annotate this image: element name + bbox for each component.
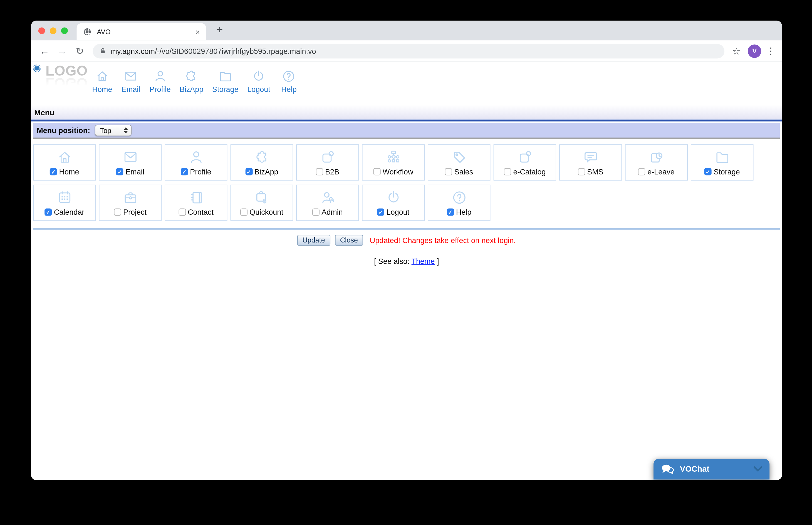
calendar-icon bbox=[57, 190, 72, 205]
tile-label: Sales bbox=[454, 167, 473, 176]
nav-label: Profile bbox=[150, 85, 171, 94]
nav-item-bizapp[interactable]: BizApp bbox=[180, 70, 204, 94]
nav-label: BizApp bbox=[180, 85, 204, 94]
select-arrows-icon bbox=[124, 127, 128, 133]
menu-tile-e-leave: e-Leave bbox=[625, 145, 688, 181]
menu-tile-calendar: ✓Calendar bbox=[33, 185, 96, 221]
checkbox-quickount[interactable] bbox=[240, 208, 247, 215]
grid-row: ✓Home✓Email✓Profile✓BizAppB2BWorkflowSal… bbox=[33, 145, 780, 181]
browser-tab[interactable]: AVO × bbox=[77, 23, 206, 40]
browser-toolbar: ← → ↻ my.agnx.com/-/vo/SID600297807iwrjr… bbox=[31, 40, 782, 62]
menu-title: Menu bbox=[34, 108, 55, 117]
nav-item-help[interactable]: Help bbox=[279, 70, 299, 94]
checkbox-b2b[interactable] bbox=[316, 168, 323, 175]
form-actions: Update Close Updated! Changes take effec… bbox=[31, 235, 782, 245]
checkbox-e-leave[interactable] bbox=[638, 168, 646, 175]
menu-position-select[interactable]: Top bbox=[95, 125, 132, 136]
home-icon bbox=[95, 70, 109, 83]
checkbox-contact[interactable] bbox=[178, 208, 186, 215]
tile-label: Email bbox=[126, 167, 144, 176]
menu-tile-sales: Sales bbox=[428, 145, 490, 181]
close-tab-icon[interactable]: × bbox=[195, 28, 200, 36]
checkbox-e-catalog[interactable] bbox=[504, 168, 511, 175]
tile-label: e-Catalog bbox=[513, 167, 546, 176]
new-tab-button[interactable]: + bbox=[216, 23, 223, 36]
nav-label: Email bbox=[121, 85, 141, 94]
tile-label-row: ✓Calendar bbox=[44, 208, 84, 216]
checkbox-workflow[interactable] bbox=[373, 168, 380, 175]
nav-item-home[interactable]: Home bbox=[92, 70, 112, 94]
notepin-icon bbox=[320, 149, 335, 165]
checkbox-sales[interactable] bbox=[445, 168, 452, 175]
browser-menu-icon[interactable]: ⋮ bbox=[766, 46, 775, 56]
tile-label-row: e-Catalog bbox=[504, 167, 546, 176]
tile-label-row: ✓BizApp bbox=[245, 167, 278, 176]
nav-item-logout[interactable]: Logout bbox=[247, 70, 270, 94]
tile-label-row: Workflow bbox=[373, 167, 413, 176]
menu-tile-e-catalog: e-Catalog bbox=[494, 145, 556, 181]
menu-tile-project: Project bbox=[99, 185, 162, 221]
section-divider bbox=[33, 228, 780, 230]
status-message: Updated! Changes take effect on next log… bbox=[370, 236, 516, 244]
menu-position-value: Top bbox=[100, 126, 112, 134]
power-icon bbox=[252, 70, 265, 83]
checkbox-logout[interactable]: ✓ bbox=[377, 208, 384, 215]
minimize-window-button[interactable] bbox=[50, 28, 56, 34]
reload-icon[interactable]: ↻ bbox=[73, 45, 86, 57]
tile-label-row: ✓Profile bbox=[181, 167, 211, 176]
tile-label-row: Admin bbox=[312, 208, 343, 216]
nav-item-profile[interactable]: Profile bbox=[150, 70, 171, 94]
update-button[interactable]: Update bbox=[297, 235, 330, 245]
blue-rule bbox=[31, 119, 782, 121]
back-icon[interactable]: ← bbox=[38, 45, 51, 57]
nav-label: Logout bbox=[247, 85, 270, 94]
personkey-icon bbox=[320, 190, 335, 205]
home-icon bbox=[57, 149, 72, 165]
chatlines-icon bbox=[583, 149, 598, 165]
svg-text:$: $ bbox=[263, 197, 266, 205]
checkbox-email[interactable]: ✓ bbox=[116, 168, 124, 175]
chevron-down-icon[interactable] bbox=[754, 466, 763, 472]
tile-label: BizApp bbox=[255, 167, 278, 176]
question-icon bbox=[451, 190, 467, 205]
menu-tile-quickount: $Quickount bbox=[231, 185, 293, 221]
tile-label-row: ✓Home bbox=[50, 167, 79, 176]
checkbox-storage[interactable]: ✓ bbox=[705, 168, 712, 175]
tile-label-row: ✓Email bbox=[116, 167, 144, 176]
checkbox-home[interactable]: ✓ bbox=[50, 168, 57, 175]
tile-label: Home bbox=[59, 167, 79, 176]
checkbox-calendar[interactable]: ✓ bbox=[44, 208, 52, 215]
tile-label: Storage bbox=[713, 167, 740, 176]
vochat-label: VOChat bbox=[680, 464, 748, 474]
tile-label-row: ✓Storage bbox=[705, 167, 740, 176]
address-bar[interactable]: my.agnx.com/-/vo/SID600297807iwrjrhfgyb5… bbox=[92, 44, 724, 58]
close-button[interactable]: Close bbox=[335, 235, 363, 245]
zoom-window-button[interactable] bbox=[61, 28, 68, 34]
checkbox-help[interactable]: ✓ bbox=[447, 208, 454, 215]
tile-label: Calendar bbox=[54, 208, 85, 216]
tile-label-row: SMS bbox=[578, 167, 604, 176]
logo-text: LOGO bbox=[46, 65, 88, 78]
nav-item-storage[interactable]: Storage bbox=[212, 70, 238, 94]
checkbox-bizapp[interactable]: ✓ bbox=[245, 168, 252, 175]
theme-link[interactable]: Theme bbox=[411, 257, 435, 266]
chat-bubbles-icon bbox=[661, 463, 675, 475]
checkbox-project[interactable] bbox=[114, 208, 121, 215]
bookmark-star-icon[interactable]: ☆ bbox=[732, 45, 741, 57]
nav-label: Storage bbox=[212, 85, 238, 94]
close-window-button[interactable] bbox=[38, 28, 45, 34]
clipdollar-icon: $ bbox=[254, 190, 270, 205]
tile-label-row: Quickount bbox=[240, 208, 284, 216]
tile-label-row: ✓Help bbox=[447, 208, 472, 216]
checkbox-admin[interactable] bbox=[312, 208, 320, 215]
nav-item-email[interactable]: Email bbox=[121, 70, 141, 94]
briefcase-icon bbox=[122, 190, 138, 205]
checkbox-profile[interactable]: ✓ bbox=[181, 168, 188, 175]
notepin-icon bbox=[517, 149, 533, 165]
profile-avatar[interactable]: V bbox=[748, 44, 761, 58]
see-also-line: [ See also: Theme ] bbox=[31, 257, 782, 266]
logo-reflection: LOGO bbox=[46, 76, 88, 89]
tile-label: Project bbox=[123, 208, 147, 216]
checkbox-sms[interactable] bbox=[578, 168, 585, 175]
vochat-widget[interactable]: VOChat bbox=[653, 459, 769, 479]
